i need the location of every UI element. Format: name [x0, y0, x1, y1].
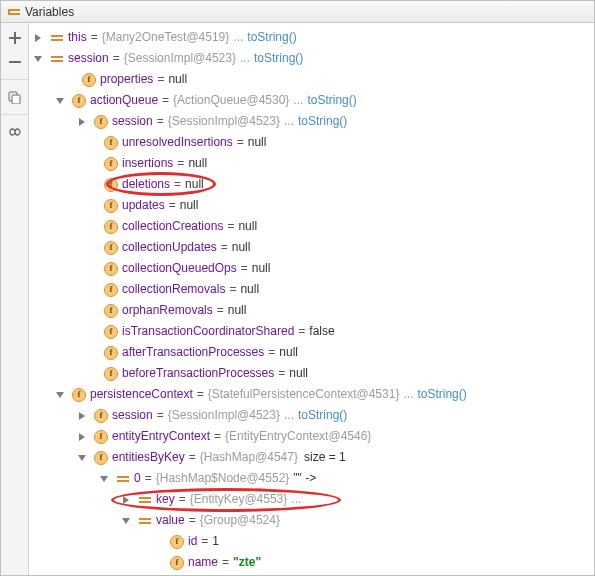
- field-icon: f: [170, 535, 184, 549]
- svg-rect-5: [12, 95, 20, 104]
- var-value: null: [185, 174, 204, 195]
- tostring-link[interactable]: toString(): [254, 48, 303, 69]
- var-value: {Group@4524}: [200, 510, 280, 531]
- dots: ...: [233, 27, 243, 48]
- plus-icon: [9, 32, 21, 44]
- tree-row-entityentrycontext[interactable]: f entityEntryContext = {EntityEntryConte…: [29, 426, 594, 447]
- caret-right-icon[interactable]: [119, 493, 133, 507]
- var-value: {HashMap@4547}: [200, 447, 298, 468]
- svg-rect-0: [8, 9, 20, 11]
- tree-row-collectionupdates[interactable]: f collectionUpdates = null: [29, 237, 594, 258]
- var-name: name: [188, 552, 218, 573]
- dots: ...: [240, 48, 250, 69]
- infinite-button[interactable]: [4, 121, 26, 143]
- tree-row-istransactioncoordinatorshared[interactable]: f isTransactionCoordinatorShared = false: [29, 321, 594, 342]
- tree-row-value[interactable]: value = {Group@4524}: [29, 510, 594, 531]
- add-button[interactable]: [4, 27, 26, 49]
- tree-row-collectionqueuedops[interactable]: f collectionQueuedOps = null: [29, 258, 594, 279]
- copy-button[interactable]: [4, 86, 26, 108]
- field-icon: f: [104, 157, 118, 171]
- caret-right-icon[interactable]: [75, 409, 89, 423]
- caret-down-icon[interactable]: [75, 451, 89, 465]
- tree-row-persistencecontext[interactable]: f persistenceContext = {StatefulPersiste…: [29, 384, 594, 405]
- tree-row-session[interactable]: session = {SessionImpl@4523} ... toStrin…: [29, 48, 594, 69]
- tree-row-insertions[interactable]: f insertions = null: [29, 153, 594, 174]
- tree-row-entry0[interactable]: 0 = {HashMap$Node@4552} "" ->: [29, 468, 594, 489]
- var-value: {SessionImpl@4523}: [124, 48, 236, 69]
- equals: =: [113, 48, 120, 69]
- tree-row-key[interactable]: key = {EntityKey@4553} ...: [29, 489, 594, 510]
- var-name: isTransactionCoordinatorShared: [122, 321, 294, 342]
- var-value: {EntityEntryContext@4546}: [225, 426, 371, 447]
- dots: ...: [284, 111, 294, 132]
- equals: =: [229, 279, 236, 300]
- field-icon: f: [94, 430, 108, 444]
- size-label: size = 1: [304, 447, 346, 468]
- caret-right-icon[interactable]: [75, 115, 89, 129]
- var-name: unresolvedInsertions: [122, 132, 233, 153]
- variables-tree[interactable]: this = {Many2OneTest@4519} ... toString(…: [29, 23, 594, 575]
- svg-rect-9: [51, 60, 63, 62]
- tostring-link[interactable]: toString(): [307, 90, 356, 111]
- equals: =: [91, 27, 98, 48]
- caret-down-icon[interactable]: [97, 472, 111, 486]
- equals: =: [169, 195, 176, 216]
- copy-icon: [8, 91, 21, 104]
- field-icon: f: [82, 73, 96, 87]
- dots: ...: [403, 384, 413, 405]
- caret-down-icon[interactable]: [31, 52, 45, 66]
- tostring-link[interactable]: toString(): [298, 405, 347, 426]
- tree-row-orphanremovals[interactable]: f orphanRemovals = null: [29, 300, 594, 321]
- gutter-toolbar: [1, 23, 29, 575]
- var-value: {StatefulPersistenceContext@4531}: [208, 384, 400, 405]
- separator: [1, 79, 28, 80]
- caret-down-icon[interactable]: [53, 388, 67, 402]
- tree-row-aq-session[interactable]: f session = {SessionImpl@4523} ... toStr…: [29, 111, 594, 132]
- var-name: actionQueue: [90, 90, 158, 111]
- equals: =: [197, 384, 204, 405]
- tree-row-this[interactable]: this = {Many2OneTest@4519} ... toString(…: [29, 27, 594, 48]
- tostring-link[interactable]: toString(): [417, 384, 466, 405]
- field-icon: f: [94, 409, 108, 423]
- var-name: properties: [100, 69, 153, 90]
- var-name: collectionRemovals: [122, 279, 225, 300]
- var-value: null: [168, 69, 187, 90]
- var-value: {Many2OneTest@4519}: [102, 27, 230, 48]
- caret-right-icon[interactable]: [31, 31, 45, 45]
- equals: =: [177, 153, 184, 174]
- entry-string: "" ->: [293, 468, 316, 489]
- svg-rect-13: [139, 501, 151, 503]
- tree-row-entitiesbykey[interactable]: f entitiesByKey = {HashMap@4547} size = …: [29, 447, 594, 468]
- equals: =: [237, 132, 244, 153]
- svg-rect-2: [8, 11, 10, 13]
- caret-down-icon[interactable]: [119, 514, 133, 528]
- tostring-link[interactable]: toString(): [298, 111, 347, 132]
- svg-rect-11: [117, 480, 129, 482]
- tree-row-aftertransactionprocesses[interactable]: f afterTransactionProcesses = null: [29, 342, 594, 363]
- tree-row-pc-session[interactable]: f session = {SessionImpl@4523} ... toStr…: [29, 405, 594, 426]
- var-value: false: [309, 321, 334, 342]
- tree-row-updates[interactable]: f updates = null: [29, 195, 594, 216]
- tostring-link[interactable]: toString(): [247, 27, 296, 48]
- tree-row-collectionremovals[interactable]: f collectionRemovals = null: [29, 279, 594, 300]
- caret-right-icon[interactable]: [75, 430, 89, 444]
- field-icon: f: [104, 241, 118, 255]
- tree-row-actionqueue[interactable]: f actionQueue = {ActionQueue@4530} ... t…: [29, 90, 594, 111]
- var-name: session: [68, 48, 109, 69]
- equals: =: [298, 321, 305, 342]
- tree-row-name[interactable]: f name = "zte": [29, 552, 594, 573]
- equals: =: [179, 489, 186, 510]
- var-value: null: [248, 132, 267, 153]
- tree-row-properties[interactable]: f properties = null: [29, 69, 594, 90]
- remove-button[interactable]: [4, 51, 26, 73]
- tree-row-id[interactable]: f id = 1: [29, 531, 594, 552]
- tree-row-unresolvedinsertions[interactable]: f unresolvedInsertions = null: [29, 132, 594, 153]
- var-value: null: [188, 153, 207, 174]
- var-name: key: [156, 489, 175, 510]
- tree-row-beforetransactionprocesses[interactable]: f beforeTransactionProcesses = null: [29, 363, 594, 384]
- svg-rect-8: [51, 56, 63, 58]
- caret-down-icon[interactable]: [53, 94, 67, 108]
- tree-row-deletions[interactable]: f deletions = null: [29, 174, 594, 195]
- svg-rect-6: [51, 35, 63, 37]
- tree-row-collectioncreations[interactable]: f collectionCreations = null: [29, 216, 594, 237]
